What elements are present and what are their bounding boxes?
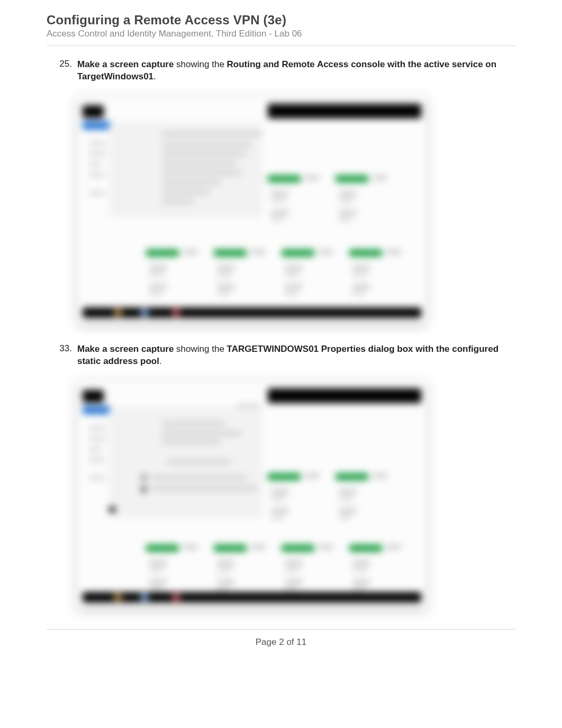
screenshot-frame [77,380,427,608]
footer-divider [47,629,515,630]
item-text: Make a screen capture showing the Routin… [77,59,515,83]
screenshot-placeholder [77,380,427,608]
card-row [268,473,394,521]
window-titlebar [83,390,421,404]
text-plain: showing the [174,59,226,69]
screenshot-frame [77,96,427,323]
instruction-item: 33. Make a screen capture showing the TA… [47,343,515,368]
item-number: 33. [47,343,77,368]
document-page: Configuring a Remote Access VPN (3e) Acc… [0,0,562,728]
square-icon [109,506,115,513]
radio-icon [141,486,147,493]
screenshot-placeholder [77,96,427,323]
item-text: Make a screen capture showing the TARGET… [77,343,515,368]
card-row [146,544,407,592]
status-card [282,249,340,297]
taskbar [83,307,421,318]
page-number: Page 2 of 11 [47,637,515,648]
window-titlebar [83,105,421,119]
page-subtitle: Access Control and Identity Management, … [47,29,515,39]
status-card [146,249,204,297]
status-card [282,544,340,592]
status-card [146,544,204,592]
selected-tab [83,406,112,414]
instruction-item: 25. Make a screen capture showing the Ro… [47,59,515,83]
radio-icon [141,475,147,481]
status-card [349,249,407,297]
text-bold: Make a screen capture [77,344,174,354]
status-card [336,473,394,521]
text-bold: Make a screen capture [77,59,174,69]
text-plain: showing the [174,344,226,354]
taskbar [83,592,421,603]
page-title: Configuring a Remote Access VPN (3e) [47,13,515,28]
content-area: 25. Make a screen capture showing the Ro… [47,46,515,608]
status-card [268,175,326,223]
status-card [214,249,272,297]
status-card [349,544,407,592]
status-card [268,473,326,521]
text-plain: . [159,356,162,366]
text-plain: . [153,71,156,81]
card-row [268,175,394,223]
status-card [336,175,394,223]
status-card [214,544,272,592]
page-header: Configuring a Remote Access VPN (3e) Acc… [47,13,515,46]
item-number: 25. [47,59,77,83]
card-row [146,249,407,297]
selected-tab [83,121,112,130]
